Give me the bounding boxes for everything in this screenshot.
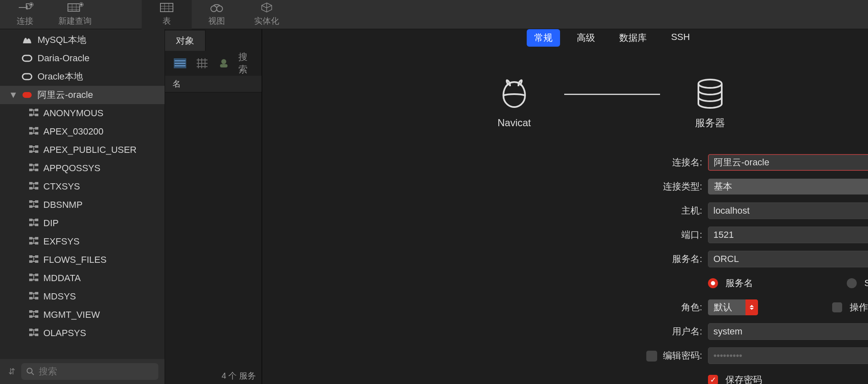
conn-type-select[interactable]: 基本 bbox=[708, 179, 868, 194]
port-input[interactable] bbox=[708, 227, 868, 243]
svg-rect-41 bbox=[35, 242, 38, 244]
os-auth-checkbox[interactable] bbox=[832, 302, 842, 312]
toolbar-table-label: 表 bbox=[163, 15, 171, 27]
collapse-icon[interactable]: ▼ bbox=[10, 90, 17, 100]
schema-item[interactable]: APEX_PUBLIC_USER bbox=[0, 141, 165, 159]
currency-icon[interactable]: ⇵ bbox=[8, 367, 15, 377]
schema-item[interactable]: EXFSYS bbox=[0, 232, 165, 251]
schema-item[interactable]: DIP bbox=[0, 214, 165, 232]
svg-rect-18 bbox=[29, 145, 33, 148]
schema-item[interactable]: MDSYS bbox=[0, 287, 165, 306]
label-conn-name: 连接名: bbox=[262, 156, 708, 169]
connection-name: 阿里云-oracle bbox=[38, 89, 93, 101]
user-input[interactable] bbox=[708, 323, 868, 340]
toolbar-table-button[interactable]: 表 bbox=[142, 0, 192, 29]
role-select[interactable]: 默认 bbox=[708, 299, 758, 315]
svg-rect-35 bbox=[29, 224, 33, 226]
sidebar-search-box[interactable] bbox=[21, 363, 158, 380]
schema-item[interactable]: APEX_030200 bbox=[0, 122, 165, 141]
user-view-icon[interactable] bbox=[216, 55, 232, 71]
grid-view-icon[interactable] bbox=[195, 55, 210, 71]
schema-name: APEX_030200 bbox=[43, 126, 103, 137]
servicename-radio-label: 服务名 bbox=[725, 277, 753, 289]
svg-rect-55 bbox=[29, 315, 33, 318]
connection-item[interactable]: Daria-Oracle bbox=[0, 49, 165, 67]
save-pwd-checkbox[interactable] bbox=[708, 375, 718, 384]
sid-radio-label: SID bbox=[864, 278, 868, 289]
schema-icon bbox=[29, 291, 38, 302]
edit-pwd-checkbox[interactable] bbox=[646, 351, 657, 362]
toolbar-entity-button[interactable]: 实体化 bbox=[242, 0, 292, 29]
schema-item[interactable]: MGMT_VIEW bbox=[0, 306, 165, 324]
mysql-icon bbox=[22, 35, 33, 45]
object-column-header[interactable]: 名 bbox=[165, 76, 262, 92]
object-pane: 对象 搜索 名 4 个 服务 bbox=[165, 29, 262, 384]
connection-form: 连接名: 连接类型: 基本 主机: 端口: bbox=[262, 153, 868, 384]
schema-name: APPQOSSYS bbox=[43, 163, 100, 174]
tab-advanced[interactable]: 高级 bbox=[569, 29, 603, 47]
schema-name: OLAPSYS bbox=[43, 328, 86, 339]
diagram-client: Navicat bbox=[481, 78, 548, 129]
schema-item[interactable]: OLAPSYS bbox=[0, 324, 165, 342]
host-input[interactable] bbox=[708, 202, 868, 219]
oracle-icon bbox=[22, 53, 33, 64]
connection-item[interactable]: MySQL本地 bbox=[0, 31, 165, 49]
svg-rect-17 bbox=[35, 132, 38, 135]
list-view-icon[interactable] bbox=[173, 55, 188, 71]
svg-rect-54 bbox=[29, 310, 33, 313]
svg-rect-51 bbox=[29, 297, 33, 299]
search-icon bbox=[26, 367, 35, 376]
tab-database[interactable]: 数据库 bbox=[612, 29, 654, 47]
toolbar-view-button[interactable]: 视图 bbox=[192, 0, 242, 29]
svg-rect-56 bbox=[35, 310, 38, 313]
select-caret-icon bbox=[745, 299, 758, 315]
servicename-radio[interactable] bbox=[708, 278, 718, 288]
label-edit-pwd: 编辑密码: bbox=[262, 349, 708, 362]
schema-icon bbox=[29, 328, 38, 339]
svg-rect-3 bbox=[160, 3, 173, 12]
toolbar-entity-label: 实体化 bbox=[254, 15, 279, 27]
object-tab[interactable]: 对象 bbox=[165, 30, 205, 51]
svg-rect-30 bbox=[29, 200, 33, 203]
svg-rect-47 bbox=[29, 279, 33, 281]
svg-rect-14 bbox=[29, 127, 33, 130]
svg-rect-19 bbox=[29, 150, 33, 153]
label-port: 端口: bbox=[262, 229, 708, 241]
schema-item[interactable]: DBSNMP bbox=[0, 196, 165, 214]
schema-name: MGMT_VIEW bbox=[43, 309, 100, 320]
navicat-icon bbox=[498, 78, 531, 111]
conn-name-input[interactable] bbox=[708, 154, 868, 171]
connection-item-active[interactable]: ▼ 阿里云-oracle bbox=[0, 86, 165, 104]
schema-item[interactable]: MDDATA bbox=[0, 269, 165, 287]
schema-icon bbox=[29, 108, 38, 119]
schema-icon bbox=[29, 236, 38, 247]
svg-rect-16 bbox=[35, 127, 38, 130]
sid-radio[interactable] bbox=[847, 278, 857, 288]
connection-diagram: Navicat 服务器 bbox=[262, 66, 868, 141]
tab-ssh[interactable]: SSH bbox=[663, 29, 697, 45]
svg-rect-7 bbox=[23, 74, 32, 80]
schema-item[interactable]: FLOWS_FILES bbox=[0, 251, 165, 269]
schema-item[interactable]: ANONYMOUS bbox=[0, 104, 165, 122]
service-input[interactable] bbox=[708, 251, 868, 267]
schema-icon bbox=[29, 309, 38, 320]
schema-item[interactable]: APPQOSSYS bbox=[0, 159, 165, 177]
connection-item[interactable]: Oracle本地 bbox=[0, 67, 165, 86]
label-host: 主机: bbox=[262, 204, 708, 217]
toolbar-connect-button[interactable]: 连接 bbox=[0, 0, 50, 29]
schema-icon bbox=[29, 126, 38, 137]
tab-general[interactable]: 常规 bbox=[527, 29, 560, 47]
svg-rect-12 bbox=[35, 109, 38, 111]
schema-item[interactable]: CTXSYS bbox=[0, 177, 165, 196]
svg-rect-27 bbox=[29, 187, 33, 190]
oracle-icon bbox=[22, 90, 33, 100]
schema-name: MDDATA bbox=[43, 273, 81, 284]
sidebar-search-input[interactable] bbox=[39, 366, 153, 377]
svg-rect-26 bbox=[29, 182, 33, 185]
object-search-label[interactable]: 搜索 bbox=[238, 51, 254, 76]
svg-rect-39 bbox=[29, 242, 33, 244]
password-input[interactable] bbox=[708, 347, 868, 364]
schema-icon bbox=[29, 218, 38, 229]
toolbar-newquery-button[interactable]: 新建查询 bbox=[50, 0, 100, 29]
grid-add-icon bbox=[66, 1, 84, 14]
